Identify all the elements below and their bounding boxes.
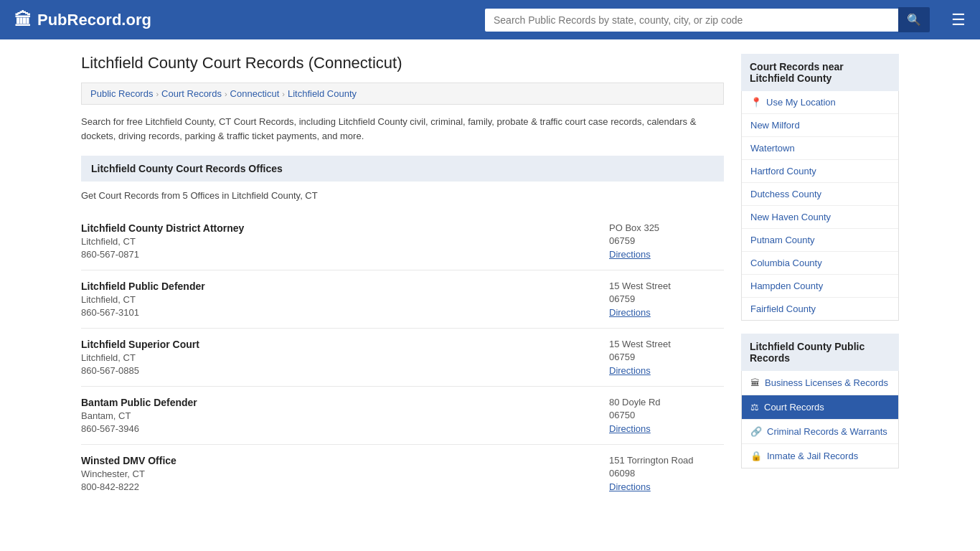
nearby-location-link[interactable]: Hartford County xyxy=(750,166,816,176)
pubrecord-link[interactable]: Inmate & Jail Records xyxy=(767,451,858,461)
offices-description: Get Court Records from 5 Offices in Litc… xyxy=(81,190,724,201)
search-button[interactable]: 🔍 xyxy=(898,7,930,32)
office-left: Litchfield Superior Court Litchfield, CT… xyxy=(81,339,199,376)
nearby-location-link[interactable]: Dutchess County xyxy=(750,189,821,199)
location-icon: 📍 xyxy=(750,97,762,108)
search-input[interactable] xyxy=(485,9,898,32)
menu-button[interactable]: ☰ xyxy=(951,11,966,29)
breadcrumb-link-connecticut[interactable]: Connecticut xyxy=(230,88,280,99)
pubrecord-icon: 🏛 xyxy=(750,377,760,388)
nearby-location-link[interactable]: New Milford xyxy=(750,120,800,131)
nearby-location-item[interactable]: Putnam County xyxy=(742,229,898,252)
directions-link[interactable]: Directions xyxy=(609,423,651,434)
nearby-section-title: Court Records near Litchfield County xyxy=(741,54,899,91)
office-entry: Bantam Public Defender Bantam, CT 860-56… xyxy=(81,386,724,444)
office-name: Bantam Public Defender xyxy=(81,397,197,408)
office-location: Litchfield, CT xyxy=(81,236,244,247)
office-location: Bantam, CT xyxy=(81,410,197,421)
office-left: Litchfield Public Defender Litchfield, C… xyxy=(81,281,205,318)
pubrecord-item[interactable]: 🏛 Business Licenses & Records xyxy=(742,371,898,395)
sidebar: Court Records near Litchfield County 📍 U… xyxy=(741,54,899,502)
breadcrumb-link-court-records[interactable]: Court Records xyxy=(161,88,222,99)
breadcrumb-sep-2: › xyxy=(225,90,227,98)
office-name: Litchfield County District Attorney xyxy=(81,222,244,234)
directions-link[interactable]: Directions xyxy=(609,481,651,492)
nearby-locations-list: 📍 Use My Location New MilfordWatertownHa… xyxy=(741,91,899,321)
nearby-location-item[interactable]: New Milford xyxy=(742,114,898,137)
nearby-location-link[interactable]: Columbia County xyxy=(750,258,822,268)
pubrecords-section: 🏛 Business Licenses & Records ⚖ Court Re… xyxy=(741,371,899,468)
offices-list: Litchfield County District Attorney Litc… xyxy=(81,212,724,502)
breadcrumb: Public Records › Court Records › Connect… xyxy=(81,83,724,105)
office-address1: 15 West Street xyxy=(609,281,724,291)
office-address2: 06759 xyxy=(609,235,724,246)
nearby-location-link[interactable]: Putnam County xyxy=(750,235,815,245)
nearby-location-item[interactable]: Columbia County xyxy=(742,252,898,275)
office-address1: 151 Torrington Road xyxy=(609,455,724,466)
logo-icon: 🏛 xyxy=(14,10,32,30)
pubrecord-item[interactable]: ⚖ Court Records xyxy=(742,395,898,420)
office-name: Litchfield Superior Court xyxy=(81,339,199,350)
nearby-location-link[interactable]: Hampden County xyxy=(750,281,823,291)
office-address2: 06750 xyxy=(609,410,724,420)
office-left: Bantam Public Defender Bantam, CT 860-56… xyxy=(81,397,197,434)
page-title: Litchfield County Court Records (Connect… xyxy=(81,54,724,72)
pubrecords-list: 🏛 Business Licenses & Records ⚖ Court Re… xyxy=(742,371,898,468)
office-phone: 860-567-3101 xyxy=(81,307,205,318)
use-location-item[interactable]: 📍 Use My Location xyxy=(742,91,898,114)
office-address2: 06759 xyxy=(609,293,724,304)
office-location: Winchester, CT xyxy=(81,468,176,479)
nearby-location-item[interactable]: Watertown xyxy=(742,137,898,160)
office-address1: 15 West Street xyxy=(609,339,724,349)
nearby-location-item[interactable]: Dutchess County xyxy=(742,183,898,206)
breadcrumb-link-public-records[interactable]: Public Records xyxy=(90,88,153,99)
office-address1: PO Box 325 xyxy=(609,222,724,233)
office-address2: 06098 xyxy=(609,468,724,479)
pubrecords-section-title: Litchfield County Public Records xyxy=(741,334,899,371)
pubrecord-link[interactable]: Business Licenses & Records xyxy=(765,377,888,388)
page-description: Search for free Litchfield County, CT Co… xyxy=(81,115,724,143)
use-location-link[interactable]: Use My Location xyxy=(766,97,836,108)
pubrecord-item[interactable]: 🔒 Inmate & Jail Records xyxy=(742,444,898,468)
office-right: 151 Torrington Road 06098 Directions xyxy=(609,455,724,492)
nearby-location-link[interactable]: Fairfield County xyxy=(750,303,816,314)
office-entry: Litchfield County District Attorney Litc… xyxy=(81,212,724,270)
office-right: 80 Doyle Rd 06750 Directions xyxy=(609,397,724,434)
office-name: Winsted DMV Office xyxy=(81,455,176,466)
directions-link[interactable]: Directions xyxy=(609,365,651,376)
office-phone: 860-567-3946 xyxy=(81,423,197,434)
office-right: 15 West Street 06759 Directions xyxy=(609,281,724,318)
pubrecord-icon: 🔗 xyxy=(750,426,762,437)
search-area: 🔍 xyxy=(485,7,930,32)
office-right: PO Box 325 06759 Directions xyxy=(609,222,724,260)
breadcrumb-sep-1: › xyxy=(156,90,159,98)
offices-section-heading: Litchfield County Court Records Offices xyxy=(81,156,724,182)
site-logo[interactable]: 🏛 PubRecord.org xyxy=(14,10,151,30)
office-right: 15 West Street 06759 Directions xyxy=(609,339,724,376)
office-phone: 860-567-0885 xyxy=(81,365,199,376)
pubrecord-link[interactable]: Criminal Records & Warrants xyxy=(767,426,887,437)
office-location: Litchfield, CT xyxy=(81,294,205,305)
pubrecord-icon: ⚖ xyxy=(750,402,759,413)
office-entry: Litchfield Superior Court Litchfield, CT… xyxy=(81,328,724,386)
directions-link[interactable]: Directions xyxy=(609,249,651,260)
nearby-location-item[interactable]: Fairfield County xyxy=(742,298,898,320)
nearby-location-link[interactable]: Watertown xyxy=(750,143,795,154)
nearby-location-item[interactable]: Hampden County xyxy=(742,275,898,298)
main-content: Litchfield County Court Records (Connect… xyxy=(81,54,724,502)
office-phone: 800-842-8222 xyxy=(81,481,176,492)
site-header: 🏛 PubRecord.org 🔍 ☰ xyxy=(0,0,980,39)
office-location: Litchfield, CT xyxy=(81,352,199,363)
main-container: Litchfield County Court Records (Connect… xyxy=(67,39,913,517)
office-phone: 860-567-0871 xyxy=(81,249,244,260)
nearby-location-item[interactable]: Hartford County xyxy=(742,160,898,183)
nearby-location-item[interactable]: New Haven County xyxy=(742,206,898,229)
office-entry: Winsted DMV Office Winchester, CT 800-84… xyxy=(81,444,724,502)
pubrecord-item[interactable]: 🔗 Criminal Records & Warrants xyxy=(742,420,898,444)
pubrecord-link[interactable]: Court Records xyxy=(764,402,824,413)
breadcrumb-link-litchfield[interactable]: Litchfield County xyxy=(288,88,357,99)
office-entry: Litchfield Public Defender Litchfield, C… xyxy=(81,270,724,328)
office-address2: 06759 xyxy=(609,352,724,362)
nearby-location-link[interactable]: New Haven County xyxy=(750,212,831,222)
directions-link[interactable]: Directions xyxy=(609,307,651,318)
